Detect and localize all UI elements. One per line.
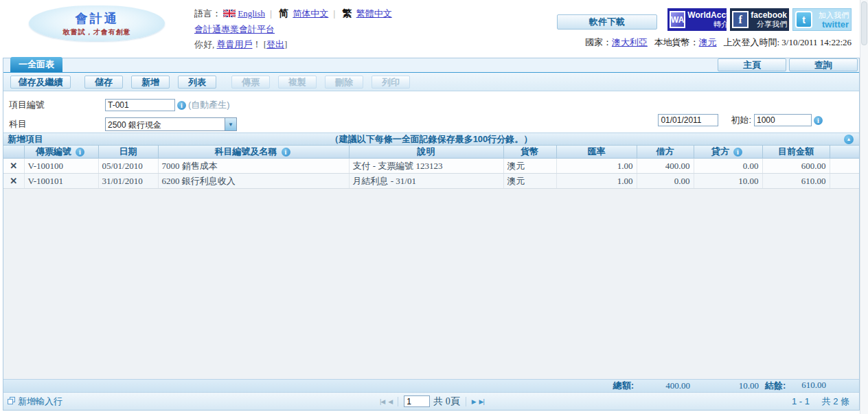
save-and-continue-button[interactable]: 儲存及繼續 <box>10 76 71 89</box>
next-page-icon[interactable]: ▶ <box>472 398 476 405</box>
page-number-input[interactable] <box>404 395 430 407</box>
uk-flag-icon <box>223 9 236 19</box>
credit-column-header[interactable]: 貸方i <box>694 146 762 159</box>
start-date-input[interactable] <box>658 114 718 126</box>
rate-cell: 1.00 <box>556 174 637 189</box>
date-column-header[interactable]: 日期 <box>98 146 158 159</box>
voucher-cell: V-100101 <box>24 174 98 189</box>
worldacct-sub: 轉介 <box>713 20 727 29</box>
info-icon[interactable]: i <box>814 116 823 125</box>
balance-value: 610.00 <box>786 380 830 392</box>
currency-cell: 澳元 <box>503 159 556 174</box>
info-icon[interactable]: i <box>733 148 742 157</box>
account-select[interactable]: 2500 銀行現金 ▼ <box>105 117 237 131</box>
description-cell: 支付 - 支票編號 123123 <box>349 159 503 174</box>
facebook-sub: 分享我們 <box>757 20 787 29</box>
info-icon[interactable]: i <box>76 148 84 157</box>
copy-button[interactable]: 複製 <box>278 76 317 89</box>
software-download-button[interactable]: 軟件下載 <box>557 14 657 30</box>
amount-cell: 610.00 <box>762 174 830 189</box>
delete-column-header <box>3 146 24 159</box>
account-meta-row: 國家：澳大利亞 本地貨幣：澳元 上次登入時間: 3/10/2011 14:22:… <box>557 36 852 49</box>
add-row-icon <box>8 396 15 406</box>
lang-simplified-prefix: 简 <box>279 8 288 19</box>
last-page-icon[interactable]: ▶| <box>479 398 484 405</box>
last-login-value: 3/10/2011 14:22:26 <box>781 37 852 47</box>
entries-table: 傳票編號i 日期 科目編號及名稱i 說明 貨幣 匯率 借方 貸方i 目前金額 ✕… <box>3 146 859 189</box>
delete-row-icon[interactable]: ✕ <box>3 159 24 174</box>
twitter-sub: 加入我們 <box>819 11 849 20</box>
info-icon[interactable]: i <box>177 101 186 110</box>
debit-column-header[interactable]: 借方 <box>637 146 694 159</box>
balance-label: 結餘: <box>762 380 786 392</box>
facebook-name: facebook <box>751 11 787 20</box>
currency-column-header[interactable]: 貨幣 <box>503 146 556 159</box>
user-link[interactable]: 尊貴用戶 <box>217 39 253 49</box>
greeting-row: 你好, 尊貴用戶！ [登出] <box>194 37 392 52</box>
site-header: 會計通 敢嘗試，才會有創意 語言： English | 简 简体中文 | 繁 繁… <box>0 0 868 55</box>
scrollbar-thumb[interactable] <box>861 1 867 45</box>
initial-label: 初始: <box>731 114 751 126</box>
facebook-badge[interactable]: f facebook 分享我們 <box>730 8 789 31</box>
main-panel: 一全面表 主頁 查詢 儲存及繼續 儲存 新增 列表 傳票 複製 刪除 列印 項目… <box>3 58 860 411</box>
voucher-cell: V-100100 <box>24 159 98 174</box>
add-input-row-link[interactable]: 新增輸入行 <box>3 395 62 408</box>
lang-traditional-link[interactable]: 繁體中文 <box>356 8 392 19</box>
credit-cell: 10.00 <box>694 174 762 189</box>
twitter-badge[interactable]: t 加入我們 twitter <box>792 8 852 31</box>
collapse-grid-icon[interactable]: ▲ <box>844 135 854 144</box>
voucher-button[interactable]: 傳票 <box>231 76 270 89</box>
lang-simplified-link[interactable]: 简体中文 <box>293 8 328 19</box>
lang-english-link[interactable]: English <box>238 8 265 19</box>
description-cell: 月結利息 - 31/01 <box>349 174 503 189</box>
grid-section-title: 新增項目 <box>3 133 43 146</box>
language-row: 語言： English | 简 简体中文 | 繁 繁體中文 <box>194 6 392 22</box>
save-button[interactable]: 儲存 <box>84 76 123 89</box>
logout-link[interactable]: 登出 <box>266 39 284 49</box>
date-cell: 05/01/2010 <box>98 159 158 174</box>
list-button[interactable]: 列表 <box>178 76 216 89</box>
item-number-row: 項目編號 i (自動產生) <box>3 97 859 113</box>
worldacct-badge[interactable]: WA WorldAcct 轉介 <box>667 8 727 31</box>
voucher-column-header[interactable]: 傳票編號i <box>24 146 98 159</box>
info-icon[interactable]: i <box>282 148 290 157</box>
twitter-name: twitter <box>822 20 849 29</box>
worldacct-icon: WA <box>670 11 685 28</box>
account-column-header[interactable]: 科目編號及名稱i <box>158 146 349 159</box>
account-select-value: 2500 銀行現金 <box>106 118 225 130</box>
greeting-prefix: 你好, <box>194 39 214 49</box>
print-button[interactable]: 列印 <box>372 76 410 89</box>
platform-row: 會計通專業會計平台 <box>194 22 392 37</box>
grid-empty-area <box>3 189 859 379</box>
prev-page-icon[interactable]: ◀ <box>388 398 392 405</box>
greeting-suffix: ！ <box>253 39 262 49</box>
new-button[interactable]: 新增 <box>131 76 170 89</box>
initial-amount-input[interactable] <box>754 114 812 126</box>
description-column-header[interactable]: 說明 <box>349 146 503 159</box>
debit-cell: 0.00 <box>637 174 694 189</box>
country-link[interactable]: 澳大利亞 <box>612 37 648 47</box>
tab-full-form[interactable]: 一全面表 <box>10 57 62 72</box>
rate-column-header[interactable]: 匯率 <box>556 146 637 159</box>
amount-column-header[interactable]: 目前金額 <box>762 146 830 159</box>
date-cell: 31/01/2010 <box>98 174 158 189</box>
first-page-icon[interactable]: |◀ <box>380 398 385 405</box>
delete-button[interactable]: 刪除 <box>325 76 363 89</box>
table-row[interactable]: ✕ V-100100 05/01/2010 7000 銷售成本 支付 - 支票編… <box>3 159 859 174</box>
bracket: ] <box>284 39 287 49</box>
currency-link[interactable]: 澳元 <box>699 37 717 47</box>
delete-row-icon[interactable]: ✕ <box>3 174 24 189</box>
account-label: 科目 <box>3 118 105 130</box>
app-logo-tagline: 敢嘗試，才會有創意 <box>63 27 131 37</box>
item-number-input[interactable] <box>105 99 175 111</box>
totals-debit: 400.00 <box>637 380 694 391</box>
language-label: 語言： <box>194 8 221 19</box>
home-button[interactable]: 主頁 <box>718 58 786 71</box>
query-button[interactable]: 查詢 <box>789 58 858 71</box>
platform-link[interactable]: 會計通專業會計平台 <box>194 24 275 34</box>
app-logo-title: 會計通 <box>76 10 119 27</box>
totals-label: 總額: <box>556 380 637 392</box>
vertical-scrollbar[interactable] <box>860 0 868 414</box>
table-row[interactable]: ✕ V-100101 31/01/2010 6200 銀行利息收入 月結利息 -… <box>3 174 859 189</box>
account-cell: 6200 銀行利息收入 <box>158 174 349 189</box>
